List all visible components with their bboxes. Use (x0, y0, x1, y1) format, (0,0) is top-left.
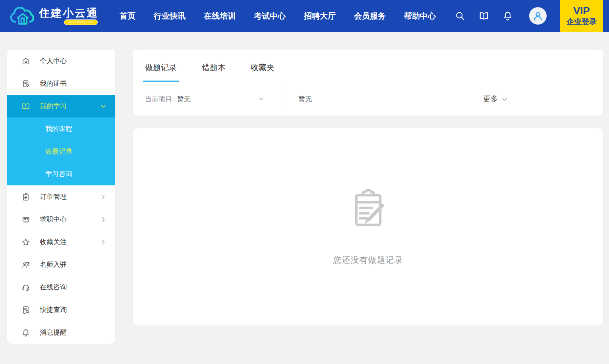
brand-url-badge: www.zjianxys.com (64, 19, 98, 25)
sidebar-item-label: 快捷查询 (40, 305, 67, 314)
nav-item-online-training[interactable]: 在线培训 (195, 11, 245, 21)
doc-search-icon (21, 306, 30, 314)
cloud-logo-icon (10, 4, 36, 28)
sidebar-item-online-consult[interactable]: 在线咨询 (7, 276, 115, 299)
empty-message: 您还没有做题记录 (333, 254, 403, 266)
current-project-select[interactable]: 当前项目: 暂无 (133, 94, 284, 104)
sidebar-item-job-center[interactable]: 求职中心 (7, 208, 115, 231)
vip-enterprise-login-button[interactable]: VIP 企业登录 (560, 0, 603, 32)
enterprise-login-label: 企业登录 (566, 17, 597, 27)
nav-item-help-center[interactable]: 帮助中心 (395, 11, 445, 21)
sidebar-item-label: 在线咨询 (40, 283, 67, 292)
sidebar-item-favorites[interactable]: 收藏关注 (7, 231, 115, 253)
job-icon (21, 215, 30, 224)
submenu-item-my-courses[interactable]: 我的课程 (7, 117, 115, 140)
main-content: 做题记录 错题本 收藏夹 当前项目: 暂无 暂无 更多 (133, 50, 603, 325)
star-icon (21, 238, 30, 247)
sidebar-item-my-learning[interactable]: 我的学习 (7, 95, 115, 117)
submenu-item-label: 学习咨询 (45, 169, 72, 179)
submenu-item-question-records[interactable]: 做题记录 (7, 140, 115, 163)
sidebar-item-label: 收藏关注 (40, 237, 67, 247)
open-book-icon (21, 102, 30, 111)
records-panel: 做题记录 错题本 收藏夹 当前项目: 暂无 暂无 更多 (133, 50, 603, 116)
chevron-right-icon (100, 194, 106, 200)
user-icon (532, 10, 543, 21)
sidebar-item-label: 订单管理 (40, 192, 67, 201)
tab-question-records[interactable]: 做题记录 (145, 62, 177, 82)
clipboard-icon (21, 193, 30, 201)
current-project-label: 当前项目: (145, 94, 174, 104)
tab-bar: 做题记录 错题本 收藏夹 (133, 50, 603, 82)
sidebar: 个人中心 我的证书 我的学习 我的课程 做题 (7, 50, 115, 344)
bell-icon (21, 328, 30, 337)
sidebar-item-label: 消息提醒 (40, 328, 67, 337)
vip-label: VIP (573, 5, 590, 17)
sidebar-item-message-alerts[interactable]: 消息提醒 (7, 321, 115, 344)
nav-item-exam-center[interactable]: 考试中心 (245, 11, 295, 21)
chevron-down-icon (258, 96, 264, 102)
my-learning-submenu: 我的课程 做题记录 学习咨询 (7, 117, 115, 185)
brand[interactable]: 住建小云通 www.zjianxys.com (10, 4, 99, 28)
chevron-right-icon (100, 216, 106, 223)
header-icons (448, 7, 553, 25)
sidebar-item-my-certificates[interactable]: 我的证书 (7, 72, 115, 95)
submenu-item-label: 做题记录 (45, 147, 72, 156)
brand-title: 住建小云通 (39, 7, 99, 19)
main-nav: 首页 行业快讯 在线培训 考试中心 招聘大厅 会员服务 帮助中心 (110, 11, 445, 21)
book-icon[interactable] (479, 11, 489, 21)
submenu-item-learning-consult[interactable]: 学习咨询 (7, 163, 115, 185)
filter-bar: 当前项目: 暂无 暂无 更多 (133, 82, 603, 116)
page-body: 个人中心 我的证书 我的学习 我的课程 做题 (0, 32, 609, 344)
sidebar-item-order-management[interactable]: 订单管理 (7, 185, 115, 208)
sidebar-item-label: 个人中心 (40, 56, 67, 65)
headset-icon (21, 283, 30, 292)
sidebar-item-personal-center[interactable]: 个人中心 (7, 50, 115, 72)
more-label: 更多 (483, 94, 498, 104)
sidebar-item-label: 名师入驻 (40, 260, 67, 269)
search-icon[interactable] (455, 11, 465, 21)
chevron-down-icon (100, 103, 106, 110)
current-project-value: 暂无 (177, 94, 191, 104)
sidebar-item-label: 我的学习 (40, 102, 67, 111)
avatar[interactable] (529, 7, 547, 25)
nav-item-member-services[interactable]: 会员服务 (345, 11, 395, 21)
certificate-icon (21, 79, 30, 88)
sidebar-item-label: 求职中心 (40, 215, 67, 224)
chevron-right-icon (100, 239, 106, 245)
tab-favorites-folder[interactable]: 收藏夹 (251, 62, 275, 82)
secondary-filter[interactable]: 暂无 (284, 94, 463, 104)
nav-item-home[interactable]: 首页 (110, 11, 145, 21)
more-button[interactable]: 更多 (463, 94, 508, 104)
nav-item-industry-news[interactable]: 行业快讯 (145, 11, 195, 21)
nav-item-job-hall[interactable]: 招聘大厅 (295, 11, 345, 21)
empty-records-clipboard-icon (348, 189, 389, 230)
chevron-down-icon (501, 96, 508, 103)
bell-icon[interactable] (503, 11, 513, 21)
sidebar-item-quick-search[interactable]: 快捷查询 (7, 299, 115, 321)
home-icon (21, 57, 30, 65)
teacher-icon (21, 260, 30, 269)
submenu-item-label: 我的课程 (45, 124, 72, 133)
tab-wrong-questions[interactable]: 错题本 (202, 62, 226, 82)
sidebar-item-teacher-settlement[interactable]: 名师入驻 (7, 253, 115, 276)
empty-state: 您还没有做题记录 (133, 128, 603, 325)
top-header: 住建小云通 www.zjianxys.com 首页 行业快讯 在线培训 考试中心… (0, 0, 609, 32)
sidebar-item-label: 我的证书 (40, 79, 67, 88)
